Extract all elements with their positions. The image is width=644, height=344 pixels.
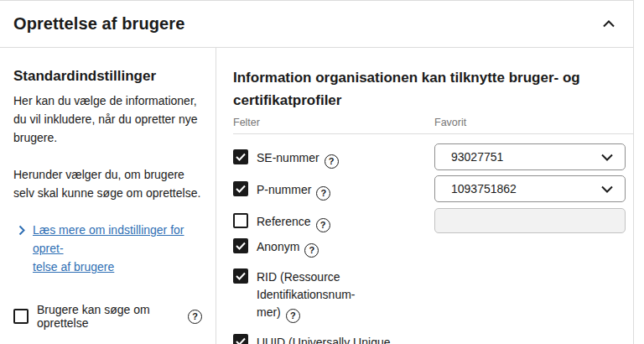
field-row-se-nummer: SE-nummer? 93027751 — [233, 143, 633, 170]
read-more-link[interactable]: Læs mere om indstillinger for opret- tel… — [18, 221, 202, 276]
field-label: Anonym — [257, 240, 299, 253]
intro-text: Her kan du vælge de informationer, du vi… — [13, 91, 202, 147]
read-more-label: Læs mere om indstillinger for opret- tel… — [33, 221, 200, 276]
help-icon[interactable]: ? — [316, 186, 330, 201]
help-icon[interactable]: ? — [316, 218, 330, 232]
section-heading: Standardindstillinger — [13, 68, 202, 85]
chevron-up-icon — [603, 18, 615, 30]
help-icon[interactable]: ? — [188, 310, 202, 324]
select-value: 93027751 — [451, 150, 503, 164]
field-label: P-nummer — [257, 183, 311, 196]
checkbox-anonym[interactable] — [233, 238, 248, 253]
label-cell: P-nummer? — [233, 175, 434, 201]
field-row-p-nummer: P-nummer? 1093751862 — [233, 175, 633, 202]
label-cell: Anonym? — [233, 238, 434, 258]
field-label: RID (Ressource Identifikationsnum- mer) — [257, 270, 356, 319]
label-cell: Reference? — [233, 207, 434, 232]
apply-checkbox-label: Brugere kan søge om oprettelse — [37, 303, 174, 330]
label-cell: RID (Ressource Identifikationsnum- mer)? — [233, 268, 434, 323]
column-header-fields: Felter — [233, 117, 434, 128]
chevron-down-icon — [601, 149, 613, 164]
help-icon[interactable]: ? — [286, 309, 300, 323]
select-value: 1093751862 — [451, 182, 517, 195]
field-label: Reference — [257, 215, 311, 228]
collapse-button[interactable] — [600, 14, 618, 34]
control-cell — [434, 207, 626, 233]
control-cell: 93027751 — [434, 143, 626, 170]
panel-header: Oprettelse af brugere — [0, 1, 633, 48]
column-headers: Felter Favorit — [233, 117, 633, 134]
se-nummer-select[interactable]: 93027751 — [434, 143, 626, 170]
checkbox-p-nummer[interactable] — [233, 181, 248, 196]
note-text: Herunder vælger du, om brugere selv skal… — [13, 165, 202, 202]
p-nummer-select[interactable]: 1093751862 — [434, 175, 626, 202]
field-row-rid: RID (Ressource Identifikationsnum- mer)? — [233, 268, 633, 323]
checkbox-brugere-kan-soge[interactable] — [13, 309, 29, 324]
chevron-right-icon — [18, 221, 25, 276]
standard-settings-section: Standardindstillinger Her kan du vælge d… — [0, 48, 216, 344]
checkbox-uuid[interactable] — [233, 334, 248, 344]
reference-input-disabled — [434, 208, 626, 233]
field-rows: SE-nummer? 93027751 — [233, 143, 633, 344]
panel-body: Standardindstillinger Her kan du vælge d… — [0, 48, 633, 344]
column-header-favorite: Favorit — [434, 117, 466, 128]
help-icon[interactable]: ? — [325, 154, 339, 169]
label-cell: UUID (Universally Unique Identifier) ? — [233, 334, 434, 344]
checkbox-rid[interactable] — [233, 268, 248, 284]
checkbox-reference[interactable] — [233, 213, 248, 228]
section-heading: Information organisationen kan tilknytte… — [233, 66, 627, 112]
chevron-down-icon — [601, 181, 613, 196]
help-icon[interactable]: ? — [304, 243, 319, 258]
field-label: UUID (Universally Unique Identifier) — [257, 336, 391, 344]
field-row-reference: Reference? — [233, 207, 633, 233]
apply-checkbox-row: Brugere kan søge om oprettelse ? — [13, 303, 202, 330]
field-row-anonym: Anonym? — [233, 238, 633, 258]
profile-information-section: Information organisationen kan tilknytte… — [216, 48, 633, 344]
label-cell: SE-nummer? — [233, 143, 434, 169]
field-row-uuid: UUID (Universally Unique Identifier) ? — [233, 334, 633, 344]
checkbox-se-nummer[interactable] — [233, 149, 248, 164]
page-title: Oprettelse af brugere — [13, 14, 184, 34]
field-label: SE-nummer — [257, 151, 319, 164]
user-creation-panel: Oprettelse af brugere Standardindstillin… — [0, 0, 634, 344]
control-cell: 1093751862 — [434, 175, 626, 202]
